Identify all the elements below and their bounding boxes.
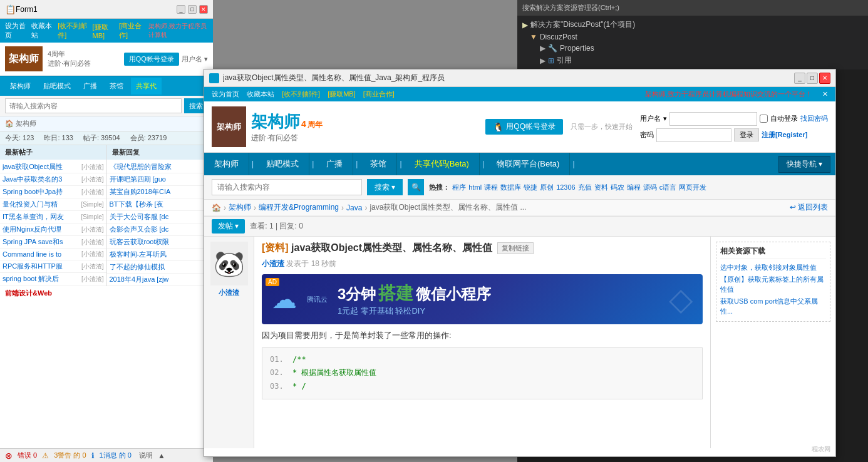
hot-tag-ziliao[interactable]: 资料	[594, 183, 608, 192]
nav-item-guangbo[interactable]: 广播	[78, 78, 102, 95]
list-item[interactable]: 量化投资入门与精[Simple]	[0, 198, 106, 211]
behind-top-link-home[interactable]: 设为首页	[5, 21, 26, 40]
quick-nav-btn[interactable]: 快捷导航 ▾	[778, 156, 830, 173]
hot-tag-yuanchuang[interactable]: 原创	[540, 183, 554, 192]
list-item[interactable]: 了不起的修仙模拟	[107, 261, 214, 274]
top-link-mail[interactable]: [收不到邮件]	[282, 90, 320, 99]
behind-top-link-mail[interactable]: [收不到邮件]	[58, 21, 87, 40]
behind-search-input[interactable]	[5, 98, 182, 113]
list-item[interactable]: Spring boot中Jpa持[小渣渣]	[0, 186, 106, 198]
minimize-main-btn[interactable]: _	[794, 73, 805, 84]
nav-tieba[interactable]: 贴吧模式	[256, 153, 309, 175]
behind-top-link-biz[interactable]: [商业合作]	[119, 21, 143, 40]
related-link-2[interactable]: 【原创】获取元素标签上的所有属性值	[720, 274, 826, 295]
list-item[interactable]: java获取Object属性[小渣渣]	[0, 161, 106, 173]
breadcrumb-programming[interactable]: 编程开发&Programming	[259, 202, 339, 213]
hot-tag-manong[interactable]: 码农	[611, 183, 624, 192]
copy-link-btn[interactable]: 复制链接	[497, 242, 534, 254]
list-item[interactable]: 关于大公司客服 [dc	[107, 211, 214, 223]
list-item[interactable]: Command line is to[小渣渣]	[0, 249, 106, 260]
related-link-1[interactable]: 选中对象，获取邻接对象属性值	[720, 262, 826, 274]
username-display[interactable]: 小渣渣	[207, 288, 251, 297]
nav-item-share[interactable]: 共享代	[131, 78, 162, 95]
behind-top-link-mb[interactable]: [赚取MB]	[93, 23, 115, 39]
behind-qq-login[interactable]: 用QQ帐号登录 用户名 ▾	[124, 53, 208, 66]
list-item[interactable]: 玩客云获取root权限	[107, 236, 214, 249]
breadcrumb-jiagou[interactable]: 架构师	[229, 202, 251, 213]
maximize-main-btn[interactable]: □	[807, 73, 818, 84]
username-input[interactable]	[669, 112, 757, 126]
top-link-biz[interactable]: [商业合作]	[363, 90, 395, 99]
wrench-icon: 🔧	[548, 44, 557, 53]
hot-tag-web[interactable]: 网页开发	[679, 183, 706, 192]
list-item[interactable]: 《现代思想的冒险家	[107, 161, 214, 173]
list-item[interactable]: 开课吧第四期 [guo	[107, 173, 214, 186]
vs-solution-item[interactable]: ▶ 解决方案"DiscuzPost"(1个项目)	[517, 18, 868, 31]
qq-login-btn[interactable]: 🐧 用QQ帐号登录	[485, 119, 563, 135]
search-icon-btn[interactable]: 🔍	[408, 179, 424, 195]
maximize-btn[interactable]: □	[188, 5, 197, 14]
list-item[interactable]: 某宝自购2018年CIA	[107, 186, 214, 198]
close-top-icon[interactable]: ✕	[822, 90, 828, 98]
post-btn[interactable]: 发帖 ▾	[212, 219, 245, 234]
chevron-down-icon: ▾	[819, 160, 822, 168]
minimize-btn[interactable]: _	[177, 5, 185, 14]
hot-tag-clang[interactable]: c语言	[659, 183, 677, 192]
nav-item-tieba[interactable]: 贴吧模式	[38, 78, 76, 95]
nav-item-chaguan[interactable]: 茶馆	[105, 78, 128, 95]
list-item[interactable]: 使用Nginx反向代理[小渣渣]	[0, 223, 106, 236]
qq-login-btn-behind[interactable]: 用QQ帐号登录	[124, 53, 179, 66]
vs-properties-item[interactable]: ▶ 🔧 Properties	[517, 43, 868, 54]
close-main-btn[interactable]: ✕	[819, 73, 830, 84]
nav-chaguan[interactable]: 茶馆	[360, 153, 397, 175]
top-link-home[interactable]: 设为首页	[212, 90, 239, 99]
auto-login-checkbox[interactable]	[760, 115, 768, 123]
login-btn[interactable]: 登录	[734, 128, 759, 141]
list-item[interactable]: 2018年4月java [zjw	[107, 274, 214, 286]
close-btn[interactable]: ✕	[199, 5, 208, 14]
list-item[interactable]: IT黑名单查询，网友[Simple]	[0, 211, 106, 223]
register-link[interactable]: 注册[Register]	[762, 130, 807, 140]
main-search-input[interactable]	[212, 179, 362, 195]
username-row: 用户名 ▾ 自动登录 找回密码	[640, 112, 828, 126]
password-input[interactable]	[656, 128, 731, 142]
post-meta: 小渣渣 发表于 18 秒前	[262, 259, 703, 269]
nav-sep-2: |	[309, 160, 316, 168]
hot-tag-12306[interactable]: 12306	[556, 183, 576, 191]
back-to-list-btn[interactable]: ↩ 返回列表	[790, 202, 828, 213]
hot-tag-chengxu[interactable]: 程序	[452, 183, 466, 192]
list-item[interactable]: Java中获取类名的3[小渣渣]	[0, 173, 106, 186]
list-item[interactable]: spring boot 解决后[小渣渣]	[0, 273, 106, 285]
hot-tag-database[interactable]: 数据库	[500, 183, 521, 192]
list-item[interactable]: Spring JPA save和s[小渣渣]	[0, 236, 106, 249]
nav-iot[interactable]: 物联网平台(Beta)	[487, 153, 570, 175]
related-link-3[interactable]: 获取USB com port信息中父系属性...	[720, 295, 826, 317]
list-item[interactable]: BT下载【秒杀 [夜	[107, 198, 214, 211]
behind-top-link-fav[interactable]: 收藏本站	[31, 21, 53, 40]
post-author-link[interactable]: 小渣渣	[262, 259, 284, 268]
nav-guangbo[interactable]: 广播	[316, 153, 353, 175]
hot-tag-biancheng[interactable]: 编程	[627, 183, 641, 192]
post-action-bar: 发帖 ▾ 查看: 1 | 回复: 0	[204, 216, 835, 237]
vs-project-item[interactable]: ▼ DiscuzPost	[517, 31, 868, 43]
hot-tag-html[interactable]: html	[468, 183, 482, 191]
find-pwd-link[interactable]: 找回密码	[800, 114, 828, 123]
top-link-mb[interactable]: [赚取MB]	[328, 90, 356, 99]
breadcrumb-java[interactable]: Java	[346, 203, 362, 212]
hot-tag-kecheng[interactable]: 课程	[484, 183, 498, 192]
list-item[interactable]: RPC服务和HTTP服[小渣渣]	[0, 260, 106, 273]
hot-tag-chongzhi[interactable]: 充值	[578, 183, 592, 192]
list-item[interactable]: 会影会声又会影 [dc	[107, 223, 214, 236]
hot-tag-yuanma[interactable]: 源码	[643, 183, 657, 192]
top-link-fav[interactable]: 收藏本站	[247, 90, 274, 99]
list-item[interactable]: 极客时间-左耳听风	[107, 249, 214, 261]
ad-banner[interactable]: AD ☁ 腾讯云 3分钟 搭建 微信小程序 1元起 零开基础 轻松DIY ◇	[262, 274, 703, 324]
vs-ref-item[interactable]: ▶ ⊞ 引用	[517, 54, 868, 67]
main-search-btn[interactable]: 搜索 ▾	[367, 179, 403, 195]
hot-tag-ruijie[interactable]: 锐捷	[524, 183, 537, 192]
nav-jiagou[interactable]: 架构师	[204, 153, 249, 175]
ad-cloud-logo: 腾讯云	[307, 295, 328, 304]
nav-item-jiagou[interactable]: 架构师	[5, 78, 36, 95]
hot-label: 热搜：	[429, 183, 450, 192]
nav-share-code[interactable]: 共享代码(Beta)	[405, 153, 480, 175]
